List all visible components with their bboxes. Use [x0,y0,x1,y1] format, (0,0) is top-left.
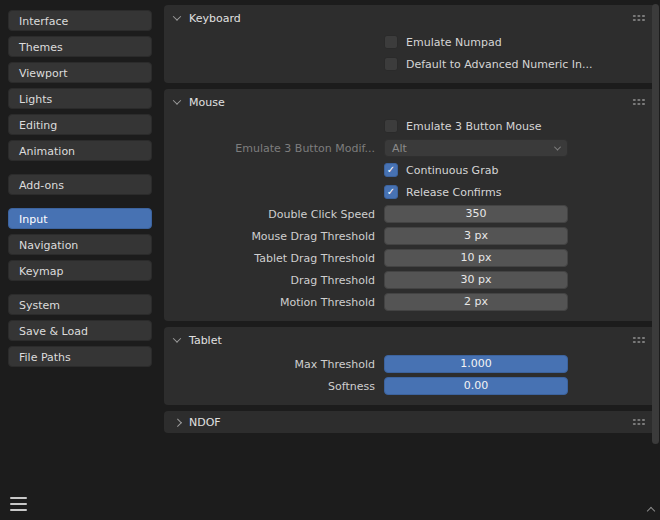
row-tablet-drag-threshold: Tablet Drag Threshold 10 px [164,247,656,269]
emulate-3-button-label: Emulate 3 Button Mouse [406,120,542,133]
emulate-numpad-checkbox[interactable] [384,35,398,49]
chevron-down-icon [173,96,181,104]
emulate-3-button-checkbox[interactable] [384,119,398,133]
default-advanced-numeric-checkbox[interactable] [384,57,398,71]
chevron-up-icon [647,507,655,515]
double-click-speed-label: Double Click Speed [164,208,384,221]
drag-grip-icon[interactable] [632,98,646,106]
drag-grip-icon[interactable] [632,14,646,22]
max-threshold-slider[interactable]: 1.000 [384,355,568,373]
release-confirms-label: Release Confirms [406,186,502,199]
preferences-main: Keyboard Emulate Numpad Default to Advan… [164,5,656,439]
sidebar-item-navigation[interactable]: Navigation [8,234,152,255]
modifier-label: Emulate 3 Button Modif... [164,142,384,155]
sidebar-item-editing[interactable]: Editing [8,114,152,135]
row-double-click-speed: Double Click Speed 350 [164,203,656,225]
row-max-threshold: Max Threshold 1.000 [164,353,656,375]
row-release-confirms: Release Confirms [164,181,656,203]
double-click-speed-field[interactable]: 350 [384,205,568,223]
sidebar-item-interface[interactable]: Interface [8,10,152,31]
sidebar-item-input[interactable]: Input [8,208,152,229]
sidebar-item-themes[interactable]: Themes [8,36,152,57]
chevron-right-icon [173,418,181,426]
sidebar-item-animation[interactable]: Animation [8,140,152,161]
chevron-down-icon [554,143,561,150]
preferences-window: Interface Themes Viewport Lights Editing… [0,0,660,520]
row-continuous-grab: Continuous Grab [164,159,656,181]
panel-keyboard: Keyboard Emulate Numpad Default to Advan… [164,5,656,83]
scrollbar[interactable] [652,4,659,486]
drag-grip-icon[interactable] [632,418,646,426]
panel-keyboard-header[interactable]: Keyboard [164,5,656,31]
modifier-dropdown-value: Alt [392,142,407,155]
emulate-numpad-label: Emulate Numpad [406,36,502,49]
panel-mouse: Mouse Emulate 3 Button Mouse Emulate 3 B… [164,89,656,321]
row-mouse-drag-threshold: Mouse Drag Threshold 3 px [164,225,656,247]
panel-title-tablet: Tablet [189,334,222,347]
sidebar-item-lights[interactable]: Lights [8,88,152,109]
panel-title-keyboard: Keyboard [189,12,241,25]
motion-threshold-field[interactable]: 2 px [384,293,568,311]
row-softness: Softness 0.00 [164,375,656,397]
motion-threshold-label: Motion Threshold [164,296,384,309]
row-emulate-numpad: Emulate Numpad [164,31,656,53]
panel-tablet: Tablet Max Threshold 1.000 Softness 0.00 [164,327,656,405]
softness-slider[interactable]: 0.00 [384,377,568,395]
release-confirms-checkbox[interactable] [384,185,398,199]
chevron-down-icon [173,12,181,20]
panel-title-mouse: Mouse [189,96,225,109]
sidebar-item-keymap[interactable]: Keymap [8,260,152,281]
row-emulate-3-button: Emulate 3 Button Mouse [164,115,656,137]
chevron-down-icon [173,334,181,342]
hamburger-icon [10,503,27,505]
row-drag-threshold: Drag Threshold 30 px [164,269,656,291]
continuous-grab-checkbox[interactable] [384,163,398,177]
modifier-dropdown[interactable]: Alt [384,139,568,157]
softness-label: Softness [164,380,384,393]
row-default-advanced-numeric: Default to Advanced Numeric In... [164,53,656,75]
scrollbar-thumb[interactable] [652,4,659,444]
panel-ndof-header[interactable]: NDOF [164,411,656,433]
sidebar-item-save-load[interactable]: Save & Load [8,320,152,341]
continuous-grab-label: Continuous Grab [406,164,498,177]
tablet-drag-threshold-field[interactable]: 10 px [384,249,568,267]
sidebar-item-viewport[interactable]: Viewport [8,62,152,83]
panel-tablet-header[interactable]: Tablet [164,327,656,353]
sidebar-item-file-paths[interactable]: File Paths [8,346,152,367]
default-advanced-numeric-label: Default to Advanced Numeric In... [406,58,593,71]
row-modifier: Emulate 3 Button Modif... Alt [164,137,656,159]
drag-threshold-field[interactable]: 30 px [384,271,568,289]
mouse-drag-threshold-label: Mouse Drag Threshold [164,230,384,243]
row-motion-threshold: Motion Threshold 2 px [164,291,656,313]
drag-grip-icon[interactable] [632,336,646,344]
panel-ndof: NDOF [164,411,656,433]
panel-mouse-header[interactable]: Mouse [164,89,656,115]
drag-threshold-label: Drag Threshold [164,274,384,287]
mouse-drag-threshold-field[interactable]: 3 px [384,227,568,245]
hamburger-icon [10,509,27,511]
sidebar-item-addons[interactable]: Add-ons [8,174,152,195]
editor-type-menu-button[interactable] [10,497,27,511]
preferences-sidebar: Interface Themes Viewport Lights Editing… [8,10,152,372]
hamburger-icon [10,497,27,499]
tablet-drag-threshold-label: Tablet Drag Threshold [164,252,384,265]
max-threshold-label: Max Threshold [164,358,384,371]
sidebar-item-system[interactable]: System [8,294,152,315]
panel-title-ndof: NDOF [189,416,221,429]
